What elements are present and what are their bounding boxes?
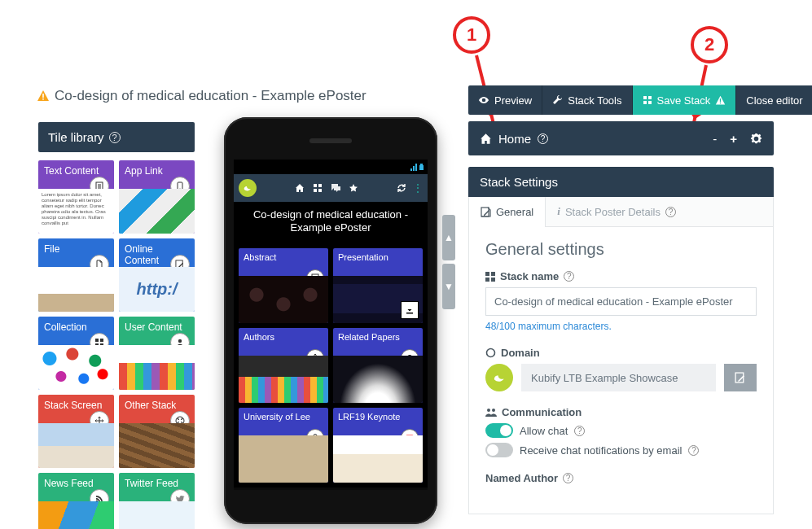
svg-point-40 bbox=[492, 409, 495, 412]
named-author-label: Named Author ? bbox=[485, 472, 757, 484]
home-icon[interactable] bbox=[295, 183, 305, 193]
phone-tile-lrf19-keynote[interactable]: LRF19 Keynote bbox=[333, 408, 423, 483]
domain-label: Domain bbox=[485, 347, 757, 359]
tile-label: Stack Screen bbox=[44, 400, 102, 411]
editor-toolbar: Preview Stack Tools Save Stack Close edi… bbox=[468, 85, 774, 115]
brand-logo bbox=[239, 179, 257, 197]
preview-label: Preview bbox=[494, 94, 532, 107]
chat-icon[interactable] bbox=[331, 183, 340, 193]
email-notifications-toggle[interactable] bbox=[485, 443, 513, 457]
stack-settings-title: Stack Settings bbox=[480, 175, 558, 189]
library-tile-app-link[interactable]: App Link bbox=[119, 160, 195, 234]
annotation-marker-1: 1 bbox=[453, 16, 490, 54]
library-tile-other-stack[interactable]: Other Stack bbox=[119, 395, 195, 468]
help-icon[interactable]: ? bbox=[563, 473, 573, 483]
tab-general[interactable]: General bbox=[469, 197, 546, 226]
svg-rect-27 bbox=[648, 96, 652, 99]
annotation-marker-2: 2 bbox=[691, 26, 728, 63]
help-icon[interactable]: ? bbox=[665, 207, 676, 217]
tile-label: Collection bbox=[44, 321, 87, 333]
svg-rect-10 bbox=[100, 339, 103, 342]
minus-button[interactable]: - bbox=[713, 132, 717, 146]
stack-name-input[interactable] bbox=[485, 287, 757, 316]
home-icon[interactable] bbox=[480, 133, 492, 145]
download-icon[interactable] bbox=[401, 301, 419, 319]
library-tile-online-content[interactable]: Online Contenthttp:/ bbox=[119, 238, 195, 312]
page-title: Co-design of medical education - Example… bbox=[37, 88, 366, 104]
phone-tile-label: LRF19 Keynote bbox=[338, 412, 400, 422]
tile-label: User Content bbox=[125, 321, 182, 333]
general-settings-heading: General settings bbox=[485, 240, 757, 259]
svg-rect-17 bbox=[318, 184, 322, 187]
phone-tile-presentation[interactable]: Presentation bbox=[333, 248, 423, 323]
domain-edit-button[interactable] bbox=[724, 364, 757, 391]
scroll-up-button[interactable]: ▲ bbox=[442, 215, 455, 260]
phone-mockup: ⋮ Co-design of medical education - Examp… bbox=[224, 117, 437, 524]
scroll-down-button[interactable]: ▼ bbox=[442, 264, 455, 309]
phone-tile-label: Abstract bbox=[244, 252, 276, 262]
stack-settings-header: Stack Settings bbox=[468, 167, 774, 197]
warning-icon bbox=[37, 90, 50, 103]
tile-label: File bbox=[44, 243, 59, 255]
preview-button[interactable]: Preview bbox=[468, 85, 542, 115]
library-tile-text-content[interactable]: Text ContentLorem ipsum dolor sit amet, … bbox=[38, 160, 114, 234]
tile-label: News Feed bbox=[44, 478, 94, 489]
phone-tile-abstract[interactable]: Abstract bbox=[239, 248, 328, 323]
tile-label: Online Content bbox=[125, 243, 159, 266]
phone-tile-authors[interactable]: Authors bbox=[239, 328, 328, 403]
library-tile-news-feed[interactable]: News Feed bbox=[38, 473, 114, 529]
library-tile-file[interactable]: File bbox=[38, 238, 114, 312]
help-icon[interactable]: ? bbox=[564, 271, 574, 282]
allow-chat-toggle[interactable] bbox=[485, 423, 513, 438]
library-tile-stack-screen[interactable]: Stack Screen bbox=[38, 395, 114, 468]
tile-label: Other Stack bbox=[125, 400, 176, 411]
help-icon[interactable]: ? bbox=[574, 426, 585, 436]
annotation-number: 2 bbox=[704, 34, 714, 55]
domain-value: Kubify LTB Example Showcase bbox=[521, 364, 716, 391]
phone-tile-label: University of Lee bbox=[244, 412, 310, 422]
save-stack-label: Save Stack bbox=[657, 94, 711, 107]
svg-point-13 bbox=[178, 339, 182, 343]
phone-tile-university-of-lee[interactable]: University of Lee bbox=[239, 408, 328, 483]
stack-tools-button[interactable]: Stack Tools bbox=[542, 85, 632, 115]
phone-tile-label: Related Papers bbox=[338, 332, 400, 342]
library-tile-collection[interactable]: Collection bbox=[38, 317, 114, 390]
tab-poster-details[interactable]: i Stack Poster Details ? bbox=[546, 197, 687, 226]
star-icon[interactable] bbox=[349, 183, 358, 193]
svg-rect-33 bbox=[485, 272, 489, 276]
grid-icon[interactable] bbox=[313, 183, 323, 193]
warning-icon bbox=[715, 95, 726, 106]
library-tile-user-content[interactable]: User Content bbox=[119, 317, 195, 390]
help-icon[interactable]: ? bbox=[538, 133, 548, 144]
allow-chat-label: Allow chat bbox=[520, 425, 568, 437]
refresh-icon[interactable] bbox=[397, 183, 406, 193]
svg-rect-1 bbox=[42, 98, 44, 100]
svg-rect-19 bbox=[318, 189, 322, 192]
save-stack-button[interactable]: Save Stack bbox=[633, 85, 737, 115]
help-icon[interactable]: ? bbox=[688, 445, 699, 456]
gear-icon[interactable] bbox=[750, 133, 762, 145]
add-button[interactable]: + bbox=[730, 132, 737, 146]
settings-tabs: General i Stack Poster Details ? bbox=[468, 197, 774, 227]
grid-icon bbox=[485, 272, 495, 282]
stack-tools-label: Stack Tools bbox=[568, 94, 621, 107]
library-tile-twitter-feed[interactable]: Twitter Feed bbox=[119, 473, 195, 529]
breadcrumb-bar: Home ? - + bbox=[468, 121, 774, 155]
phone-tile-label: Authors bbox=[244, 332, 274, 342]
svg-rect-0 bbox=[42, 94, 44, 98]
close-editor-button[interactable]: Close editor bbox=[736, 85, 812, 115]
help-icon[interactable]: ? bbox=[109, 132, 121, 143]
kebab-icon[interactable]: ⋮ bbox=[413, 182, 423, 194]
svg-rect-18 bbox=[314, 189, 317, 192]
email-notifications-label: Receive chat notifications by email bbox=[520, 444, 682, 457]
domain-logo bbox=[485, 364, 513, 391]
close-editor-label: Close editor bbox=[746, 94, 802, 107]
ring-icon bbox=[485, 348, 496, 358]
breadcrumb-home[interactable]: Home bbox=[498, 132, 531, 146]
phone-tile-related-papers[interactable]: Related Papers3 bbox=[333, 328, 423, 403]
tile-label: App Link bbox=[125, 165, 163, 177]
svg-rect-26 bbox=[643, 96, 647, 99]
users-icon bbox=[485, 408, 497, 418]
svg-point-39 bbox=[487, 409, 490, 412]
svg-rect-30 bbox=[720, 98, 721, 102]
